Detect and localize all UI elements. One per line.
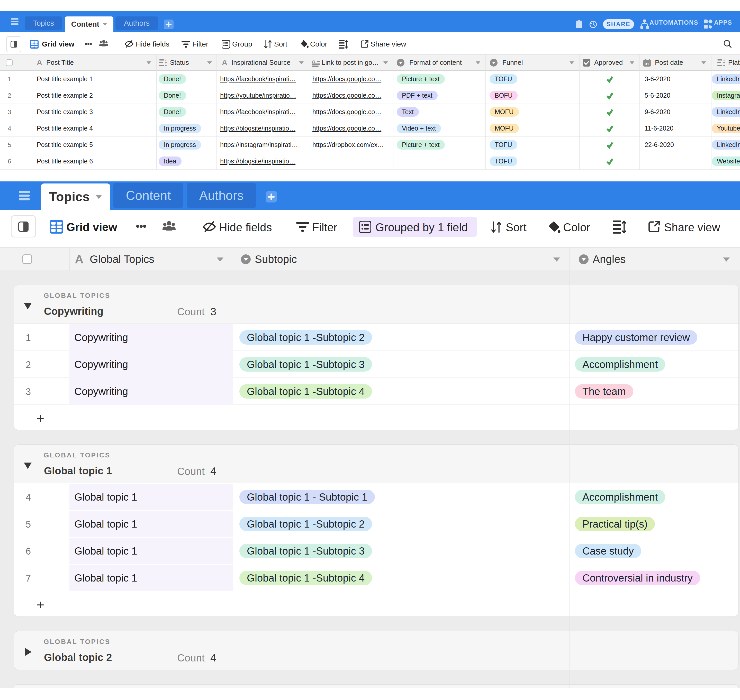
svg-text:31: 31 bbox=[645, 62, 649, 66]
